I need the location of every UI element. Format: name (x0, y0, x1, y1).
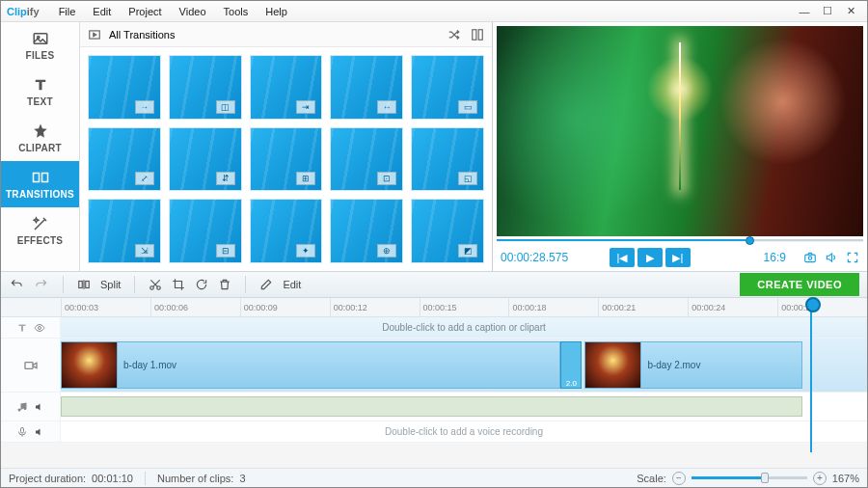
tab-clipart-label: CLIPART (18, 143, 62, 153)
svg-rect-3 (41, 174, 47, 182)
menu-tools[interactable]: Tools (216, 4, 257, 19)
svg-rect-14 (25, 362, 33, 368)
transition-thumb[interactable]: ⊞ (250, 127, 323, 192)
duration-label: Project duration: (9, 473, 86, 484)
video-clip[interactable]: b-day 2.mov (584, 341, 802, 389)
transition-thumb[interactable]: ⇵ (169, 127, 242, 192)
ruler-tick: 00:00:03 (61, 298, 150, 316)
fullscreen-icon[interactable] (846, 251, 859, 264)
svg-rect-5 (473, 29, 476, 40)
cut-icon[interactable] (149, 278, 162, 291)
crop-icon[interactable] (172, 278, 185, 291)
rotate-icon[interactable] (195, 278, 208, 291)
menu-video[interactable]: Video (172, 4, 214, 19)
transition-thumb[interactable]: ⇥ (250, 55, 323, 120)
speaker-icon[interactable] (34, 426, 45, 438)
clip-name: b-day 1.mov (118, 360, 176, 370)
panel-title: All Transitions (109, 29, 175, 41)
voice-track-head (1, 421, 61, 442)
window-minimize[interactable]: — (794, 4, 815, 19)
star-icon (32, 122, 49, 140)
titlebar: Clipify File Edit Project Video Tools He… (1, 1, 867, 22)
grid-icon[interactable] (471, 28, 484, 41)
clips-label: Number of clips: (157, 473, 233, 484)
tab-effects[interactable]: EFFECTS (1, 207, 79, 254)
timeline-ruler[interactable]: 00:00:03 00:00:06 00:00:09 00:00:12 00:0… (1, 298, 867, 317)
menu-edit[interactable]: Edit (85, 4, 119, 19)
zoom-in-button[interactable]: + (813, 472, 827, 485)
zoom-out-button[interactable]: − (672, 472, 686, 485)
next-button[interactable]: ▶| (665, 248, 691, 267)
transition-thumb[interactable]: ◱ (411, 127, 484, 192)
svg-rect-2 (33, 174, 39, 182)
audio-track-body[interactable] (61, 393, 867, 420)
preview-pane: 00:00:28.575 |◀ ▶ ▶| 16:9 (493, 22, 867, 271)
tab-clipart[interactable]: CLIPART (1, 115, 79, 161)
edit-button[interactable]: Edit (259, 278, 301, 291)
volume-icon[interactable] (825, 251, 838, 264)
menu-help[interactable]: Help (258, 4, 295, 19)
transition-thumb[interactable]: ◩ (411, 199, 484, 263)
speaker-icon[interactable] (34, 401, 45, 413)
create-video-button[interactable]: CREATE VIDEO (740, 273, 859, 296)
scrub-bar[interactable] (497, 236, 863, 244)
aspect-ratio[interactable]: 16:9 (764, 251, 786, 264)
transition-thumb[interactable]: ↔ (330, 55, 403, 120)
window-close[interactable]: ✕ (840, 4, 861, 19)
edit-icon (259, 278, 273, 291)
prev-button[interactable]: |◀ (610, 248, 635, 267)
zoom-slider[interactable] (692, 476, 807, 479)
voice-track-body[interactable]: Double-click to add a voice recording (61, 421, 867, 442)
side-tabs: FILES TEXT CLIPART TRANSITIONS EFFECTS (1, 22, 80, 271)
transition-thumb[interactable]: ⊕ (330, 199, 403, 263)
menu-project[interactable]: Project (121, 4, 169, 19)
redo-icon[interactable] (34, 278, 49, 291)
image-icon (32, 30, 49, 47)
eye-icon[interactable] (34, 322, 45, 334)
transitions-grid: → ◫ ⇥ ↔ ▭ ⤢ ⇵ ⊞ ⊡ ◱ ⇲ ⊟ ✦ ⊕ ◩ (80, 47, 492, 271)
shuffle-icon[interactable] (448, 28, 461, 41)
music-icon (16, 401, 28, 413)
video-track-body[interactable]: b-day 1.mov 2.0 b-day 2.mov (61, 339, 867, 392)
tab-transitions-label: TRANSITIONS (6, 189, 74, 200)
clips-value: 3 (239, 473, 245, 484)
playall-icon[interactable] (88, 28, 101, 41)
undo-icon[interactable] (9, 278, 24, 291)
transition-thumb[interactable]: ⊟ (169, 199, 242, 263)
timeline-tracks: Double-click to add a caption or clipart… (1, 317, 867, 443)
transition-thumb[interactable]: ▭ (411, 55, 484, 120)
audio-track-head (1, 393, 61, 420)
caption-track-body[interactable]: Double-click to add a caption or clipart (61, 317, 867, 338)
tab-text-label: TEXT (27, 96, 53, 107)
ruler-tick: 00:00:06 (150, 298, 240, 316)
transition-thumb[interactable]: ⤢ (88, 127, 161, 192)
delete-icon[interactable] (218, 278, 231, 291)
transition-thumb[interactable]: ✦ (250, 199, 323, 263)
snapshot-icon[interactable] (803, 251, 817, 264)
playhead[interactable] (810, 298, 812, 452)
transition-thumb[interactable]: → (88, 55, 161, 120)
tab-transitions[interactable]: TRANSITIONS (1, 161, 79, 207)
text-track-icon (16, 322, 28, 334)
ruler-tick: 00:00:18 (508, 298, 598, 316)
transition-thumb[interactable]: ⇲ (88, 199, 161, 263)
video-clip[interactable]: b-day 1.mov (61, 341, 560, 389)
window-maximize[interactable]: ☐ (817, 4, 838, 19)
svg-rect-6 (478, 29, 482, 40)
svg-rect-15 (20, 427, 23, 433)
tab-files[interactable]: FILES (1, 22, 79, 68)
clip-thumb (585, 342, 641, 388)
svg-rect-7 (805, 255, 816, 262)
svg-point-13 (38, 326, 41, 329)
app-logo: Clipify (7, 4, 40, 18)
menu-file[interactable]: File (51, 4, 84, 19)
tab-text[interactable]: TEXT (1, 68, 79, 115)
transition-thumb[interactable]: ◫ (169, 55, 242, 120)
split-button[interactable]: Split (77, 278, 121, 291)
transition-marker[interactable]: 2.0 (560, 341, 582, 389)
transitions-icon (32, 169, 49, 186)
play-button[interactable]: ▶ (637, 248, 663, 267)
transition-thumb[interactable]: ⊡ (330, 127, 403, 192)
caption-track-head (1, 317, 61, 338)
video-preview[interactable] (497, 26, 863, 236)
